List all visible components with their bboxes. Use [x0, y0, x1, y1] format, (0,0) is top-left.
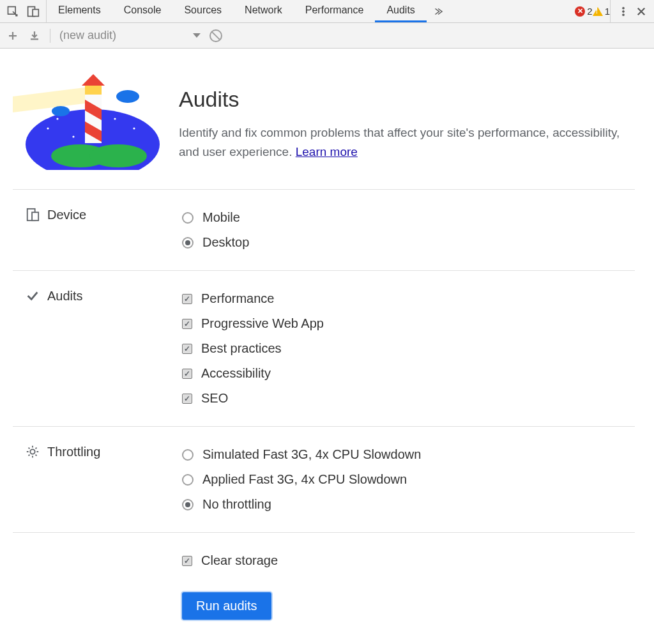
- error-icon: ✕: [575, 6, 585, 17]
- page-title: Audits: [179, 87, 635, 112]
- tab-left-icon-group: [0, 0, 47, 22]
- svg-rect-2: [33, 9, 38, 16]
- download-icon[interactable]: [28, 29, 41, 42]
- tab-performance[interactable]: Performance: [294, 0, 376, 22]
- radio-icon: [182, 474, 194, 486]
- tab-console[interactable]: Console: [112, 0, 173, 22]
- checkbox-icon: [182, 369, 192, 379]
- audit-header-text: Audits Identify and fix common problems …: [179, 74, 635, 162]
- warning-count: 1: [605, 6, 610, 17]
- section-throttling-header: Throttling: [13, 442, 182, 517]
- lighthouse-illustration-icon: [13, 74, 160, 170]
- section-device: Device Mobile Desktop: [13, 189, 635, 270]
- check-pwa[interactable]: Progressive Web App: [182, 311, 635, 336]
- radio-icon: [182, 237, 194, 249]
- devtools-tab-strip: Elements Console Sources Network Perform…: [0, 0, 654, 23]
- throttling-title: Throttling: [47, 445, 100, 459]
- svg-point-13: [52, 106, 70, 116]
- tab-audits[interactable]: Audits: [375, 0, 426, 22]
- audit-toolbar: (new audit): [0, 23, 654, 49]
- radio-icon: [182, 449, 194, 461]
- check-best-practices[interactable]: Best practices: [182, 336, 635, 361]
- section-audits-header: Audits: [13, 286, 182, 411]
- radio-icon: [182, 212, 194, 224]
- device-toggle-icon[interactable]: [27, 5, 40, 18]
- checkbox-icon: [182, 319, 192, 329]
- tabs-overflow-icon[interactable]: [427, 0, 450, 22]
- audit-select-label: (new audit): [59, 29, 116, 42]
- svg-point-5: [623, 13, 625, 15]
- svg-marker-8: [82, 74, 105, 86]
- svg-rect-9: [85, 86, 102, 95]
- error-count-badge[interactable]: ✕ 2: [575, 0, 592, 22]
- gear-icon: [26, 445, 40, 459]
- radio-throttle-sim[interactable]: Simulated Fast 3G, 4x CPU Slowdown: [182, 442, 635, 467]
- section-run: Clear storage Run audits: [13, 532, 635, 635]
- audits-title: Audits: [47, 289, 83, 303]
- svg-point-12: [116, 90, 139, 103]
- check-clear-storage[interactable]: Clear storage: [182, 548, 635, 573]
- device-icon: [26, 208, 40, 222]
- audit-select-dropdown[interactable]: (new audit): [59, 29, 201, 42]
- svg-point-17: [133, 127, 135, 129]
- checkbox-icon: [182, 394, 192, 404]
- top-right-controls: [610, 0, 654, 22]
- check-accessibility[interactable]: Accessibility: [182, 361, 635, 386]
- checkbox-icon: [182, 294, 192, 304]
- svg-point-19: [139, 108, 141, 110]
- radio-throttle-none[interactable]: No throttling: [182, 492, 635, 517]
- run-audits-button[interactable]: Run audits: [182, 592, 271, 620]
- warning-count-badge[interactable]: 1: [593, 0, 610, 22]
- radio-icon: [182, 499, 194, 510]
- check-seo[interactable]: SEO: [182, 386, 635, 411]
- svg-point-14: [47, 127, 49, 129]
- check-icon: [26, 289, 40, 303]
- audit-header: Audits Identify and fix common problems …: [13, 74, 635, 170]
- radio-device-desktop[interactable]: Desktop: [182, 230, 635, 255]
- check-performance[interactable]: Performance: [182, 286, 635, 311]
- error-count: 2: [587, 6, 592, 17]
- page-description: Identify and fix common problems that af…: [179, 123, 635, 162]
- tabs-nav: Elements Console Sources Network Perform…: [47, 0, 427, 22]
- svg-point-18: [72, 135, 74, 137]
- audit-panel: Audits Identify and fix common problems …: [0, 49, 654, 644]
- tab-elements[interactable]: Elements: [47, 0, 112, 22]
- learn-more-link[interactable]: Learn more: [296, 145, 358, 158]
- checkbox-icon: [182, 556, 192, 566]
- close-icon[interactable]: [635, 5, 648, 18]
- svg-point-3: [623, 7, 625, 9]
- clear-icon[interactable]: [209, 29, 222, 42]
- tab-sources[interactable]: Sources: [172, 0, 233, 22]
- svg-point-4: [623, 10, 625, 12]
- chevron-down-icon: [193, 33, 201, 38]
- svg-point-22: [30, 449, 34, 454]
- section-audits: Audits Performance Progressive Web App B…: [13, 270, 635, 426]
- radio-throttle-applied[interactable]: Applied Fast 3G, 4x CPU Slowdown: [182, 467, 635, 492]
- svg-point-16: [114, 118, 116, 119]
- kebab-menu-icon[interactable]: [617, 5, 630, 18]
- new-audit-plus-icon[interactable]: [6, 29, 19, 42]
- device-title: Device: [47, 208, 86, 222]
- radio-device-mobile[interactable]: Mobile: [182, 205, 635, 230]
- section-throttling: Throttling Simulated Fast 3G, 4x CPU Slo…: [13, 426, 635, 532]
- checkbox-icon: [182, 344, 192, 354]
- inspect-icon[interactable]: [6, 5, 19, 18]
- svg-point-11: [89, 144, 147, 167]
- svg-point-15: [56, 118, 58, 119]
- warning-icon: [593, 7, 603, 16]
- tab-network[interactable]: Network: [233, 0, 294, 22]
- section-device-header: Device: [13, 205, 182, 255]
- svg-rect-21: [32, 212, 38, 220]
